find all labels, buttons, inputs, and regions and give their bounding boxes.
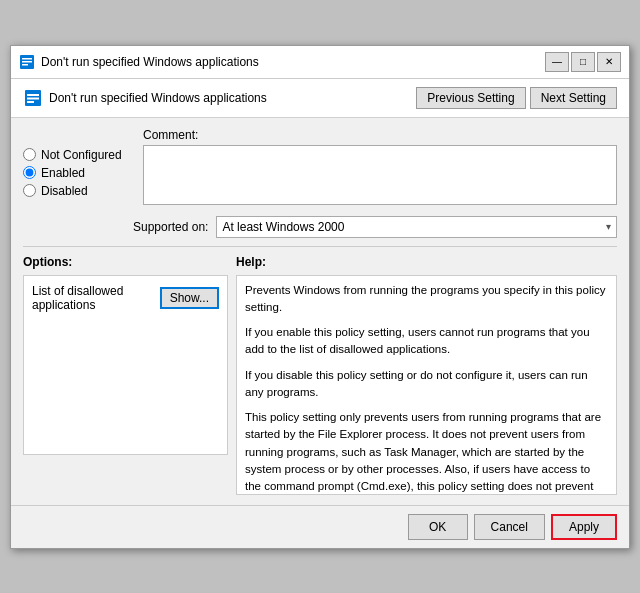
- dialog: Don't run specified Windows applications…: [10, 45, 630, 549]
- options-title: Options:: [23, 255, 228, 269]
- header-title: Don't run specified Windows applications: [49, 91, 267, 105]
- dialog-title: Don't run specified Windows applications: [41, 55, 259, 69]
- previous-setting-button[interactable]: Previous Setting: [416, 87, 525, 109]
- close-button[interactable]: ✕: [597, 52, 621, 72]
- comment-section: Comment:: [143, 128, 617, 208]
- options-body: List of disallowed applications Show...: [23, 275, 228, 455]
- disallowed-row: List of disallowed applications Show...: [32, 284, 219, 312]
- svg-rect-6: [27, 97, 39, 99]
- radio-group: Not Configured Enabled Disabled: [23, 128, 133, 208]
- enabled-radio[interactable]: [23, 166, 36, 179]
- ok-button[interactable]: OK: [408, 514, 468, 540]
- disabled-label: Disabled: [41, 184, 88, 198]
- svg-rect-3: [22, 64, 28, 66]
- disabled-radio[interactable]: [23, 184, 36, 197]
- disallowed-label: List of disallowed applications: [32, 284, 154, 312]
- header-policy-icon: [23, 88, 43, 108]
- svg-rect-1: [22, 58, 32, 60]
- options-panel: Options: List of disallowed applications…: [23, 255, 228, 495]
- supported-row: Supported on: At least Windows 2000 ▾: [133, 216, 617, 238]
- help-para-1: Prevents Windows from running the progra…: [245, 282, 608, 317]
- supported-value: At least Windows 2000: [222, 220, 344, 234]
- help-body[interactable]: Prevents Windows from running the progra…: [236, 275, 617, 495]
- content-area: Not Configured Enabled Disabled Comment:…: [11, 118, 629, 505]
- enabled-label: Enabled: [41, 166, 85, 180]
- header-left: Don't run specified Windows applications: [23, 88, 267, 108]
- cancel-button[interactable]: Cancel: [474, 514, 545, 540]
- help-para-3: If you disable this policy setting or do…: [245, 367, 608, 402]
- dialog-icon: [19, 54, 35, 70]
- svg-rect-5: [27, 94, 39, 96]
- svg-rect-2: [22, 61, 32, 63]
- next-setting-button[interactable]: Next Setting: [530, 87, 617, 109]
- maximize-button[interactable]: □: [571, 52, 595, 72]
- disabled-option[interactable]: Disabled: [23, 184, 133, 198]
- not-configured-label: Not Configured: [41, 148, 122, 162]
- comment-textarea[interactable]: [143, 145, 617, 205]
- not-configured-radio[interactable]: [23, 148, 36, 161]
- title-bar: Don't run specified Windows applications…: [11, 46, 629, 79]
- top-section: Not Configured Enabled Disabled Comment:: [23, 128, 617, 208]
- enabled-option[interactable]: Enabled: [23, 166, 133, 180]
- apply-button[interactable]: Apply: [551, 514, 617, 540]
- show-button[interactable]: Show...: [160, 287, 219, 309]
- footer: OK Cancel Apply: [11, 505, 629, 548]
- minimize-button[interactable]: —: [545, 52, 569, 72]
- supported-label: Supported on:: [133, 220, 208, 234]
- title-bar-controls: — □ ✕: [545, 52, 621, 72]
- supported-dropdown-arrow: ▾: [606, 221, 611, 232]
- not-configured-option[interactable]: Not Configured: [23, 148, 133, 162]
- supported-value-box: At least Windows 2000 ▾: [216, 216, 617, 238]
- help-title: Help:: [236, 255, 617, 269]
- comment-label: Comment:: [143, 128, 617, 142]
- bottom-section: Options: List of disallowed applications…: [23, 246, 617, 495]
- help-para-2: If you enable this policy setting, users…: [245, 324, 608, 359]
- help-para-4: This policy setting only prevents users …: [245, 409, 608, 495]
- svg-rect-7: [27, 101, 34, 103]
- title-bar-left: Don't run specified Windows applications: [19, 54, 259, 70]
- help-panel: Help: Prevents Windows from running the …: [236, 255, 617, 495]
- header-buttons: Previous Setting Next Setting: [416, 87, 617, 109]
- header-row: Don't run specified Windows applications…: [11, 79, 629, 118]
